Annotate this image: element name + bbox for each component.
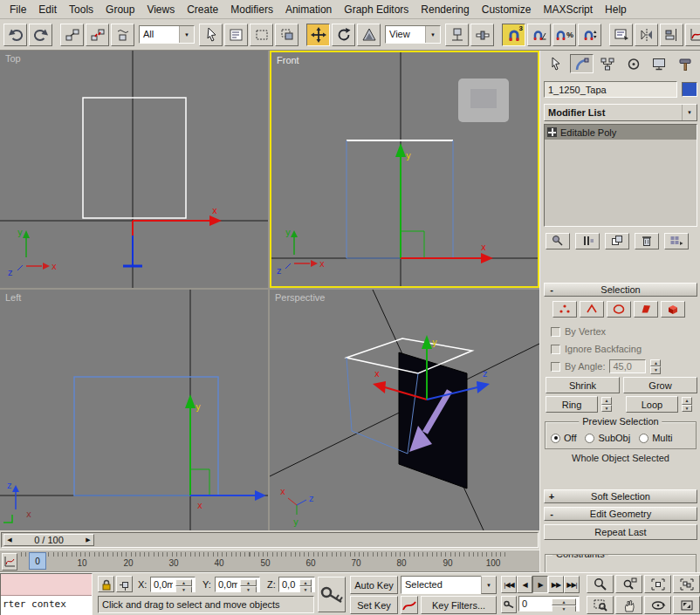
menu-animation[interactable]: Animation — [279, 1, 338, 18]
menu-maxscript[interactable]: MAXScript — [537, 1, 599, 18]
viewport-front-active[interactable]: y x y x z Front — [270, 51, 539, 288]
move-gizmo[interactable]: y x — [185, 394, 266, 510]
chevron-down-icon[interactable]: ▼ — [481, 576, 497, 594]
polygon-mode-button[interactable] — [634, 301, 658, 318]
viewport-label-left[interactable]: Left — [5, 292, 21, 303]
frame-back-arrow-icon[interactable]: ◀ — [4, 536, 15, 543]
time-slider-track[interactable]: ◀ 0 / 100 ▶ — [1, 532, 539, 548]
edit-geometry-rollout-header[interactable]: - Edit Geometry — [544, 507, 697, 521]
modifier-stack[interactable]: Editable Poly — [544, 124, 697, 227]
tab-motion[interactable] — [621, 54, 646, 73]
align-button[interactable] — [660, 24, 683, 46]
edge-mode-button[interactable] — [580, 301, 604, 318]
grow-button[interactable]: Grow — [623, 377, 697, 393]
object-color-swatch[interactable] — [682, 82, 697, 97]
make-unique-button[interactable] — [605, 233, 629, 249]
viewport-label-perspective[interactable]: Perspective — [275, 292, 325, 303]
x-value-field[interactable]: 0,0m ▲▼ — [150, 577, 196, 592]
zoom-all-button[interactable] — [615, 575, 642, 593]
time-slider-handle[interactable]: ◀ 0 / 100 ▶ — [3, 534, 94, 546]
snaps-toggle-3d-button[interactable]: 3 — [502, 24, 525, 46]
spinner-snap-toggle[interactable] — [578, 24, 601, 46]
menu-create[interactable]: Create — [181, 1, 224, 18]
z-value-field[interactable]: 0,0 ▲▼ — [278, 577, 315, 592]
select-and-link-button[interactable] — [60, 24, 84, 46]
menu-file[interactable]: File — [3, 1, 32, 18]
stack-item-editable-poly[interactable]: Editable Poly — [545, 125, 697, 140]
tab-modify[interactable] — [570, 54, 594, 73]
menu-help[interactable]: Help — [599, 1, 633, 18]
percent-snap-toggle[interactable]: % — [552, 24, 576, 46]
tab-hierarchy[interactable] — [595, 54, 620, 73]
track-bar[interactable]: 0 10 20 30 40 50 60 70 80 90 100 — [0, 550, 539, 572]
frame-spinner[interactable]: ▲▼ — [549, 597, 579, 612]
pin-stack-button[interactable] — [546, 233, 570, 249]
menu-customize[interactable]: Customize — [476, 1, 538, 18]
radio-off-label[interactable]: Off — [564, 433, 576, 443]
viewport-left[interactable]: y x z x Left — [0, 290, 268, 530]
move-gizmo[interactable]: x — [123, 206, 222, 266]
viewport-label-top[interactable]: Top — [5, 53, 21, 64]
viewport-top[interactable]: x y x z Top — [0, 51, 268, 288]
zoom-extents-all-button[interactable] — [673, 575, 700, 593]
selection-lock-toggle[interactable] — [98, 576, 114, 592]
by-vertex-checkbox-row[interactable]: By Vertex — [551, 325, 697, 338]
radio-multi-label[interactable]: Multi — [652, 433, 672, 443]
loop-spinner[interactable]: ▲▼ — [682, 397, 692, 412]
angle-value-field[interactable]: 45,0 — [609, 359, 646, 373]
reference-coordsys-dropdown[interactable]: View ▼ — [385, 25, 441, 44]
menu-group[interactable]: Group — [100, 1, 141, 18]
y-value-field[interactable]: 0,0m ▲▼ — [215, 577, 260, 592]
unlink-selection-button[interactable] — [86, 24, 109, 46]
select-and-rotate-button[interactable] — [332, 24, 355, 46]
menu-graph-editors[interactable]: Graph Editors — [338, 1, 415, 18]
selected-object-wireframe[interactable] — [83, 98, 186, 218]
chevron-down-icon[interactable]: ▼ — [682, 105, 697, 120]
window-crossing-toggle[interactable] — [275, 24, 299, 46]
region-zoom-button[interactable] — [587, 596, 614, 614]
vertex-mode-button[interactable] — [552, 301, 577, 318]
checkbox[interactable] — [551, 362, 560, 372]
arc-rotate-button[interactable] — [644, 596, 671, 614]
undo-button[interactable] — [3, 24, 27, 46]
element-mode-button[interactable] — [661, 301, 685, 318]
angle-spinner[interactable]: ▲▼ — [650, 359, 661, 374]
listener-pane[interactable]: rter contex — [1, 596, 92, 615]
radio-subobj-label[interactable]: SubObj — [598, 433, 630, 443]
menu-modifiers[interactable]: Modifiers — [224, 1, 279, 18]
previous-frame-button[interactable]: ◀ — [517, 576, 532, 593]
frame-forward-arrow-icon[interactable]: ▶ — [83, 536, 93, 543]
border-mode-button[interactable] — [607, 301, 631, 318]
next-frame-button[interactable]: ▶▶ — [548, 576, 564, 593]
x-spinner[interactable]: ▲▼ — [173, 577, 195, 592]
edit-named-selections-button[interactable] — [609, 24, 633, 46]
z-spinner[interactable]: ▲▼ — [297, 577, 314, 592]
menu-views[interactable]: Views — [141, 1, 181, 18]
modifier-list-dropdown[interactable]: Modifier List ▼ — [544, 104, 697, 121]
current-frame-marker[interactable]: 0 — [29, 552, 46, 570]
rectangular-selection-region-button[interactable] — [250, 24, 273, 46]
tab-utilities[interactable] — [673, 54, 697, 73]
use-pivot-center-button[interactable] — [445, 24, 469, 46]
redo-button[interactable] — [29, 24, 52, 46]
ring-button[interactable]: Ring — [546, 396, 598, 413]
pan-button[interactable] — [615, 596, 642, 614]
viewport-label-front[interactable]: Front — [277, 55, 299, 65]
object-name-field[interactable]: 1_1250_Tapa — [544, 81, 677, 98]
selected-object-wireframe[interactable] — [74, 377, 218, 495]
macro-recorder-pane[interactable] — [1, 574, 92, 596]
viewport-perspective[interactable]: x y z x y z Perspective — [270, 290, 539, 530]
absolute-offset-toggle[interactable] — [116, 576, 133, 592]
checkbox[interactable] — [551, 327, 560, 337]
set-key-button[interactable]: Set Key — [350, 596, 398, 614]
play-button[interactable]: ▶ — [532, 576, 548, 593]
configure-modifier-sets-button[interactable] — [664, 233, 689, 249]
current-frame-field[interactable]: 0 ▲▼ — [518, 596, 580, 612]
key-mode-toggle[interactable] — [501, 596, 517, 613]
key-filters-button[interactable]: Key Filters... — [421, 596, 497, 614]
menu-rendering[interactable]: Rendering — [415, 1, 475, 18]
tab-create[interactable] — [544, 54, 568, 73]
move-gizmo[interactable]: y x — [395, 143, 493, 263]
select-and-move-button[interactable] — [306, 24, 330, 46]
radio-subobj[interactable] — [585, 434, 594, 443]
